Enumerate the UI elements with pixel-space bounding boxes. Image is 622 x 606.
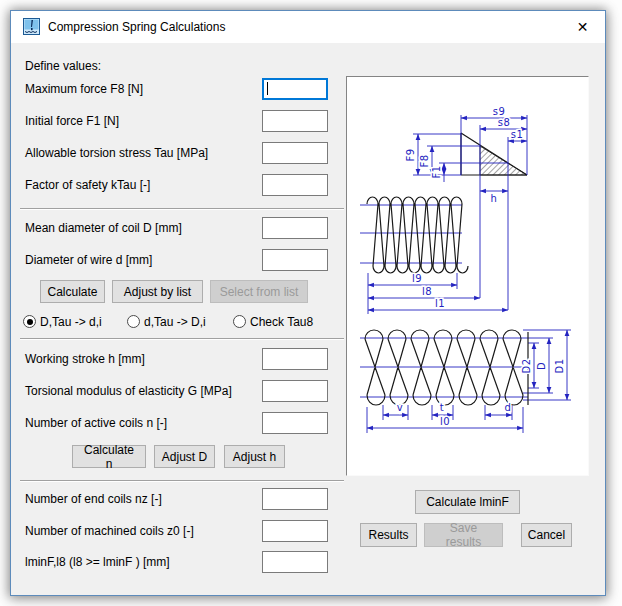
calculate-n-button[interactable]: Calculate n — [72, 445, 146, 468]
label-active-coils: Number of active coils n [-] — [25, 415, 167, 431]
text-caret — [267, 82, 268, 95]
free-spring — [365, 330, 523, 405]
input-lminf[interactable] — [262, 551, 328, 573]
compressed-spring — [367, 197, 468, 273]
input-working-stroke[interactable] — [262, 348, 328, 370]
radio-label: D,Tau -> d,i — [40, 315, 102, 329]
dim-label-d-diam: D — [536, 362, 547, 370]
dim-label-d1-diam: D1 — [554, 358, 565, 373]
define-values-label: Define values: — [25, 58, 101, 74]
label-f8: Maximum force F8 [N] — [25, 81, 143, 97]
radio-circle-icon — [23, 315, 36, 328]
dim-label-l0: l0 — [440, 416, 450, 427]
dim-label-t: t — [440, 402, 444, 413]
dim-label-d: d — [505, 402, 512, 413]
input-coil-diameter[interactable] — [262, 217, 328, 239]
radio-label: d,Tau -> D,i — [144, 315, 206, 329]
dim-label-l9: l9 — [412, 273, 422, 284]
dim-label-s9: s9 — [493, 106, 506, 117]
input-modulus-g[interactable] — [262, 380, 328, 402]
label-tau: Allowable torsion stress Tau [MPa] — [25, 145, 208, 161]
input-tau[interactable] — [262, 142, 328, 164]
results-button[interactable]: Results — [360, 523, 417, 547]
input-end-coils[interactable] — [262, 488, 328, 510]
label-working-stroke: Working stroke h [mm] — [25, 351, 145, 367]
separator — [20, 208, 344, 209]
save-results-button: Save results — [424, 523, 503, 547]
label-end-coils: Number of end coils nz [-] — [25, 491, 162, 507]
label-wire-diameter: Diameter of wire d [mm] — [25, 252, 152, 268]
label-modulus-g: Torsional modulus of elasticity G [MPa] — [25, 383, 232, 399]
label-machined-coils: Number of machined coils z0 [-] — [25, 523, 194, 539]
dim-label-f8: F8 — [419, 154, 430, 167]
adjust-by-list-button[interactable]: Adjust by list — [112, 280, 203, 303]
separator — [20, 480, 344, 481]
label-ktau: Factor of safety kTau [-] — [25, 177, 150, 193]
dim-label-v: v — [397, 402, 403, 413]
drawing-panel: s9 s8 s1 F9 F8 F1 h l9 l8 l1 v t d l0 D2… — [346, 76, 589, 476]
radio-check-tau8[interactable]: Check Tau8 — [233, 314, 313, 329]
dim-label-s8: s8 — [498, 117, 511, 128]
radio-dtau-to-di[interactable]: D,Tau -> d,i — [23, 314, 102, 329]
radio-circle-icon — [233, 315, 246, 328]
dim-label-f1: F1 — [431, 165, 442, 178]
input-f1[interactable] — [262, 110, 328, 132]
dim-label-l1: l1 — [435, 298, 445, 309]
dim-label-h: h — [491, 193, 498, 204]
dialog-window: Compression Spring Calculations ✕ Define… — [10, 10, 606, 596]
app-icon — [23, 18, 40, 35]
label-coil-diameter: Mean diameter of coil D [mm] — [25, 220, 182, 236]
radio-label: Check Tau8 — [250, 315, 313, 329]
dim-label-f9: F9 — [405, 148, 416, 161]
cancel-button[interactable]: Cancel — [521, 523, 572, 547]
input-active-coils[interactable] — [262, 412, 328, 434]
dim-label-s1: s1 — [511, 129, 524, 140]
close-button[interactable]: ✕ — [560, 11, 605, 42]
adjust-d-button[interactable]: Adjust D — [154, 445, 215, 468]
dim-label-d2-diam: D2 — [521, 358, 532, 373]
label-f1: Initial force F1 [N] — [25, 113, 119, 129]
radio-dtau-to-Di[interactable]: d,Tau -> D,i — [127, 314, 206, 329]
calculate-lminf-button[interactable]: Calculate lminF — [415, 490, 520, 514]
window-title: Compression Spring Calculations — [48, 20, 225, 34]
separator — [20, 338, 344, 339]
input-machined-coils[interactable] — [262, 520, 328, 542]
radio-circle-icon — [127, 315, 140, 328]
input-ktau[interactable] — [262, 174, 328, 196]
input-wire-diameter[interactable] — [262, 249, 328, 271]
input-f8[interactable] — [262, 78, 328, 100]
calculate-button[interactable]: Calculate — [40, 280, 105, 303]
select-from-list-button: Select from list — [210, 280, 308, 303]
label-lminf: lminF,l8 (l8 >= lminF ) [mm] — [25, 554, 170, 570]
spring-diagram: s9 s8 s1 F9 F8 F1 h l9 l8 l1 v t d l0 D2… — [347, 77, 588, 475]
title-bar: Compression Spring Calculations ✕ — [11, 11, 605, 43]
dim-label-l8: l8 — [422, 286, 432, 297]
adjust-h-button[interactable]: Adjust h — [224, 445, 285, 468]
